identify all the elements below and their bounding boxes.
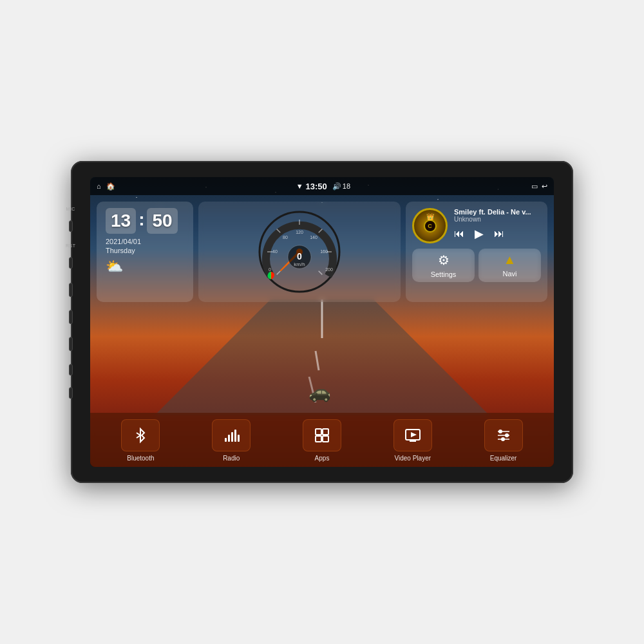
clock-day: Thursday bbox=[106, 247, 184, 254]
svg-text:40: 40 bbox=[272, 249, 278, 254]
music-title: Smiley ft. Delia - Ne v... bbox=[454, 208, 541, 216]
svg-text:120: 120 bbox=[296, 230, 303, 234]
side-button-panel: MIC RST bbox=[66, 207, 76, 399]
vol-up-button[interactable] bbox=[69, 364, 73, 375]
navi-label: Navi bbox=[502, 270, 516, 278]
settings-icon: ⚙ bbox=[438, 252, 450, 268]
svg-text:140: 140 bbox=[310, 235, 317, 240]
equalizer-label: Equalizer bbox=[490, 455, 517, 462]
svg-point-41 bbox=[501, 437, 505, 441]
back-icon[interactable]: ↩ bbox=[542, 182, 547, 191]
music-controls: ⏮ ▶ ⏭ bbox=[454, 227, 541, 241]
apps-icon-box bbox=[303, 419, 341, 451]
settings-label: Settings bbox=[431, 270, 457, 278]
navi-icon: ▲ bbox=[504, 252, 516, 267]
svg-point-37 bbox=[498, 430, 502, 433]
radio-icon bbox=[222, 426, 240, 444]
status-bar: ⌂ 🏠 ▼ 13:50 🔊 18 ▭ ↩ bbox=[90, 177, 554, 195]
svg-rect-27 bbox=[234, 430, 236, 442]
navi-button[interactable]: ▲ Navi bbox=[478, 249, 541, 282]
bluetooth-label: Bluetooth bbox=[127, 455, 154, 462]
svg-line-5 bbox=[277, 271, 281, 275]
mic-label: MIC bbox=[66, 207, 75, 211]
prev-button[interactable]: ⏮ bbox=[454, 228, 464, 240]
clock-widget: 13 : 50 2021/04/01 Thursday ⛅ bbox=[97, 202, 193, 302]
svg-rect-26 bbox=[231, 432, 233, 442]
bluetooth-menu-item[interactable]: Bluetooth bbox=[95, 419, 186, 462]
speed-unit: km/h bbox=[294, 261, 305, 267]
svg-rect-28 bbox=[238, 435, 240, 442]
top-widgets-row: 13 : 50 2021/04/01 Thursday ⛅ bbox=[90, 195, 554, 305]
wifi-icon: ▼ bbox=[296, 182, 303, 190]
apps-icon bbox=[313, 426, 331, 444]
svg-text:80: 80 bbox=[283, 235, 288, 240]
music-widget: 👑 C Smiley ft. Delia - Ne v... Unknown ⏮… bbox=[406, 202, 547, 302]
car-head-unit: MIC RST bbox=[71, 161, 573, 483]
video-player-icon bbox=[404, 426, 422, 444]
mic-button[interactable] bbox=[69, 220, 73, 232]
svg-point-39 bbox=[505, 433, 509, 437]
music-info: Smiley ft. Delia - Ne v... Unknown ⏮ ▶ ⏭ bbox=[454, 208, 541, 241]
video-player-label: Video Player bbox=[395, 455, 431, 462]
bottom-menu: Bluetooth Radio bbox=[90, 413, 554, 467]
back-side-button[interactable] bbox=[69, 337, 73, 351]
svg-rect-25 bbox=[228, 435, 230, 442]
clock-date: 2021/04/01 bbox=[106, 238, 184, 245]
screen: 🚗 ⌂ 🏠 ▼ 13:50 🔊 18 ▭ ↩ bbox=[90, 177, 554, 467]
speedometer-svg: 0 40 80 120 140 160 200 bbox=[254, 207, 345, 297]
equalizer-icon bbox=[495, 426, 513, 444]
equalizer-icon-box bbox=[484, 419, 523, 451]
equalizer-menu-item[interactable]: Equalizer bbox=[458, 419, 549, 462]
svg-rect-30 bbox=[323, 429, 328, 435]
status-time: 13:50 bbox=[306, 182, 327, 191]
svg-text:0: 0 bbox=[269, 267, 271, 272]
music-artist: Unknown bbox=[454, 216, 541, 223]
bluetooth-icon bbox=[131, 426, 149, 444]
radio-label: Radio bbox=[223, 455, 240, 462]
svg-rect-29 bbox=[316, 429, 321, 435]
next-button[interactable]: ⏭ bbox=[494, 228, 504, 240]
apps-label: Apps bbox=[315, 455, 330, 462]
bluetooth-icon-box bbox=[121, 419, 160, 451]
svg-text:160: 160 bbox=[320, 249, 328, 254]
svg-rect-32 bbox=[323, 436, 328, 442]
rst-button[interactable] bbox=[69, 257, 73, 269]
volume-icon: 🔊 bbox=[332, 182, 341, 191]
weather-icon: ⛅ bbox=[106, 258, 184, 275]
gauge-fill bbox=[270, 275, 271, 276]
power-button[interactable] bbox=[69, 283, 73, 297]
main-content: 13 : 50 2021/04/01 Thursday ⛅ bbox=[90, 195, 554, 467]
radio-icon-box bbox=[212, 419, 251, 451]
svg-line-11 bbox=[319, 271, 323, 275]
svg-rect-31 bbox=[316, 436, 321, 442]
svg-rect-24 bbox=[225, 438, 227, 442]
volume-level: 18 bbox=[343, 182, 350, 190]
radio-menu-item[interactable]: Radio bbox=[186, 419, 277, 462]
android-home-icon: 🏠 bbox=[106, 182, 115, 191]
svg-text:200: 200 bbox=[325, 267, 333, 272]
rst-label: RST bbox=[66, 243, 76, 248]
settings-button[interactable]: ⚙ Settings bbox=[412, 249, 475, 282]
speedometer-widget: 0 40 80 120 140 160 200 bbox=[198, 202, 401, 302]
apps-menu-item[interactable]: Apps bbox=[277, 419, 368, 462]
clock-minute: 50 bbox=[147, 208, 177, 234]
video-player-icon-box bbox=[393, 419, 432, 451]
album-art: 👑 C bbox=[412, 208, 448, 243]
vol-down-button[interactable] bbox=[69, 387, 73, 399]
home-side-button[interactable] bbox=[69, 310, 73, 324]
home-icon: ⌂ bbox=[97, 182, 101, 190]
clock-hour: 13 bbox=[106, 208, 136, 234]
clock-separator: : bbox=[138, 208, 144, 234]
speed-value: 0 bbox=[297, 251, 302, 261]
video-player-menu-item[interactable]: Video Player bbox=[367, 419, 458, 462]
album-art-inner: C bbox=[424, 220, 437, 232]
battery-icon: ▭ bbox=[531, 182, 538, 191]
play-button[interactable]: ▶ bbox=[475, 227, 484, 241]
